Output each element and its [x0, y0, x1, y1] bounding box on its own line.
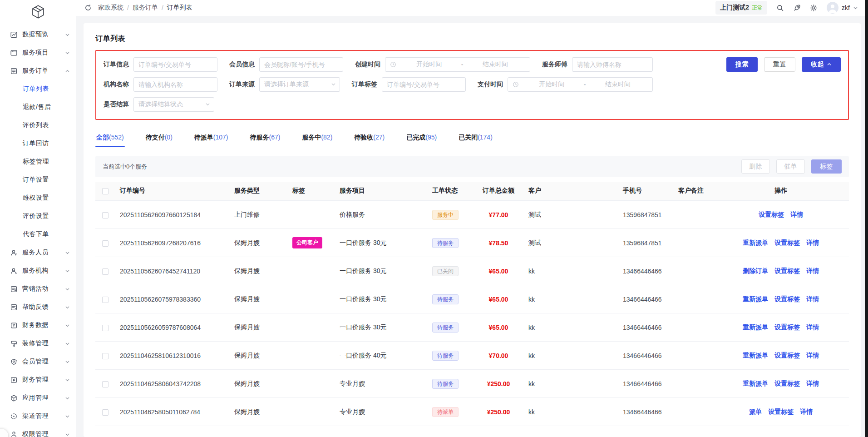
order-source-select[interactable]: 请选择订单来源 — [259, 77, 340, 92]
row-checkbox[interactable] — [102, 297, 108, 303]
action-link[interactable]: 详情 — [806, 352, 819, 360]
org-name-input[interactable] — [133, 77, 217, 92]
action-link[interactable]: 重新派单 — [743, 380, 768, 388]
tab-全部[interactable]: 全部(552) — [95, 129, 125, 147]
sidebar-group-item[interactable]: 会员管理 — [0, 353, 76, 371]
start-time-placeholder: 开始时间 — [522, 80, 582, 89]
action-link[interactable]: 删除订单 — [743, 267, 768, 275]
sidebar-sub-item[interactable]: 评价设置 — [0, 207, 76, 225]
select-all-checkbox[interactable] — [102, 188, 108, 194]
delete-button[interactable]: 删除 — [741, 159, 770, 174]
service-item-cell: 一口价服务 30元 — [335, 285, 428, 313]
sidebar-sub-item[interactable]: 标签管理 — [0, 153, 76, 171]
reset-button[interactable]: 重置 — [764, 57, 795, 72]
page-scrollbar[interactable] — [865, 0, 868, 437]
action-link[interactable]: 设置标签 — [774, 239, 800, 247]
sidebar-sub-item[interactable]: 评价列表 — [0, 116, 76, 134]
action-link[interactable]: 重新派单 — [743, 239, 768, 247]
tab-服务中[interactable]: 服务中(82) — [301, 129, 333, 147]
action-link[interactable]: 设置标签 — [774, 380, 800, 388]
sidebar-sub-item[interactable]: 退款/售后 — [0, 98, 76, 116]
tab-待服务[interactable]: 待服务(67) — [249, 129, 281, 147]
order-tag-input[interactable] — [382, 77, 466, 92]
sidebar-group-item[interactable]: 服务订单 — [0, 62, 76, 80]
action-link[interactable]: 详情 — [806, 239, 819, 247]
action-link[interactable]: 设置标签 — [774, 323, 800, 332]
row-checkbox[interactable] — [102, 409, 108, 416]
row-checkbox[interactable] — [102, 381, 108, 387]
sidebar-group-item[interactable]: 服务机构 — [0, 262, 76, 280]
sidebar-sub-item[interactable]: 代客下单 — [0, 225, 76, 243]
action-link[interactable]: 详情 — [806, 323, 819, 332]
sidebar-sub-item[interactable]: 维权设置 — [0, 189, 76, 207]
sidebar-group-item[interactable]: 财务管理 — [0, 371, 76, 389]
order-no-cell: 20251104625806043742208 — [115, 370, 230, 398]
sidebar-group-item[interactable]: 权限管理 — [0, 425, 76, 437]
tab-待支付[interactable]: 待支付(0) — [145, 129, 173, 147]
tab-待验收[interactable]: 待验收(27) — [353, 129, 385, 147]
service-item-cell: 专业月嫂 — [335, 370, 428, 398]
sidebar-group-item[interactable]: 财务数据 — [0, 316, 76, 334]
action-link[interactable]: 详情 — [806, 267, 819, 275]
user-menu[interactable]: zkf — [827, 2, 858, 14]
action-link[interactable]: 设置标签 — [774, 295, 800, 303]
sidebar-group-item[interactable]: 服务人员 — [0, 243, 76, 262]
tab-已完成[interactable]: 已完成(95) — [405, 129, 438, 147]
row-checkbox[interactable] — [102, 325, 108, 331]
search-icon[interactable] — [776, 4, 784, 12]
breadcrumb-item[interactable]: 服务订单 — [133, 4, 158, 12]
sidebar-group-item[interactable]: 装修管理 — [0, 334, 76, 353]
member-info-input[interactable] — [259, 57, 343, 72]
action-link[interactable]: 设置标签 — [774, 267, 800, 275]
order-info-input[interactable] — [133, 57, 217, 72]
sidebar-group-item[interactable]: 应用管理 — [0, 389, 76, 407]
column-header: 工单状态 — [428, 182, 473, 201]
action-link[interactable]: 详情 — [806, 380, 819, 388]
batch-toolbar: 当前选中0个服务 删除 催单 标签 — [95, 156, 849, 177]
action-link[interactable]: 派单 — [749, 408, 762, 416]
action-link[interactable]: 详情 — [800, 408, 813, 416]
status-cell: 服务中 — [428, 201, 473, 229]
row-checkbox[interactable] — [102, 240, 108, 247]
create-time-range-picker[interactable]: 开始时间 - 结束时间 — [385, 57, 530, 72]
action-link[interactable]: 重新派单 — [743, 295, 768, 303]
row-checkbox[interactable] — [102, 268, 108, 275]
action-link[interactable]: 重新派单 — [743, 352, 768, 360]
action-link[interactable]: 设置标签 — [774, 352, 800, 360]
order-list-card: 订单列表 订单信息 会员信息 创建时间 — [84, 23, 861, 437]
pay-time-range-picker[interactable]: 开始时间 - 结束时间 — [508, 77, 653, 92]
search-button[interactable]: 搜索 — [726, 57, 758, 72]
gear-icon[interactable] — [810, 4, 818, 12]
tab-待派单[interactable]: 待派单(107) — [193, 129, 229, 147]
rocket-icon[interactable] — [793, 4, 801, 12]
row-checkbox[interactable] — [102, 212, 108, 218]
tab-已关闭[interactable]: 已关闭(174) — [458, 129, 493, 147]
tag-button[interactable]: 标签 — [811, 159, 842, 174]
action-link[interactable]: 设置标签 — [768, 408, 794, 416]
table-header-row: 订单编号服务类型标签服务项目工单状态订单总金额客户手机号客户备注操作 — [95, 182, 849, 201]
status-badge: 服务中 — [432, 210, 459, 220]
settle-status-select[interactable]: 请选择结算状态 — [133, 97, 214, 112]
sidebar-group-item[interactable]: 帮助反馈 — [0, 298, 76, 316]
master-name-input[interactable] — [572, 57, 653, 72]
sidebar-sub-item[interactable]: 订单回访 — [0, 134, 76, 153]
sidebar-sub-item[interactable]: 订单设置 — [0, 171, 76, 189]
sidebar-sub-item[interactable]: 订单列表 — [0, 80, 76, 98]
breadcrumb-item[interactable]: 订单列表 — [167, 4, 192, 12]
remind-button[interactable]: 催单 — [776, 159, 805, 174]
sidebar-group-item[interactable]: 数据预览 — [0, 25, 76, 44]
action-link[interactable]: 详情 — [806, 295, 819, 303]
remark-cell — [674, 257, 713, 285]
refresh-icon[interactable] — [84, 4, 92, 11]
action-link[interactable]: 详情 — [790, 211, 803, 219]
action-link[interactable]: 重新派单 — [743, 323, 768, 332]
sidebar-group-item[interactable]: 营销活动 — [0, 280, 76, 298]
action-link[interactable]: 设置标签 — [759, 211, 784, 219]
sidebar-group-item[interactable]: 渠道管理 — [0, 407, 76, 425]
collapse-button[interactable]: 收起 — [802, 57, 841, 72]
customer-cell: kk — [524, 313, 618, 342]
sidebar-group-item[interactable]: 服务项目 — [0, 44, 76, 62]
row-checkbox[interactable] — [102, 353, 108, 359]
tenant-switcher[interactable]: 上门测试2 正常 — [715, 1, 767, 15]
breadcrumb-item[interactable]: 家政系统 — [98, 4, 123, 12]
